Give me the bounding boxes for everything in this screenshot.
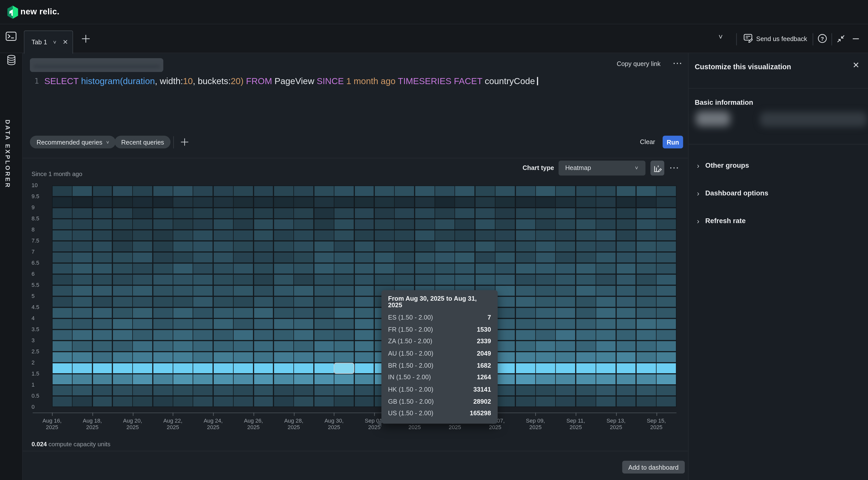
heatmap-cell[interactable]: [314, 308, 334, 318]
heatmap-cell[interactable]: [496, 252, 515, 263]
heatmap-cell[interactable]: [617, 230, 636, 240]
heatmap-cell[interactable]: [415, 263, 434, 274]
heatmap-cell[interactable]: [52, 241, 72, 251]
heatmap-cell[interactable]: [395, 186, 414, 196]
heatmap-cell[interactable]: [214, 297, 233, 307]
heatmap-cell[interactable]: [516, 341, 535, 351]
heatmap-cell[interactable]: [596, 297, 616, 307]
heatmap-cell[interactable]: [576, 186, 596, 196]
heatmap-cell[interactable]: [72, 352, 92, 362]
heatmap-cell[interactable]: [133, 274, 152, 285]
heatmap-cell[interactable]: [596, 241, 616, 251]
heatmap-cell[interactable]: [536, 319, 555, 329]
heatmap-cell[interactable]: [355, 297, 374, 307]
heatmap-cell[interactable]: [294, 319, 314, 329]
section-other-groups[interactable]: › Other groups: [689, 161, 868, 172]
heatmap-cell[interactable]: [193, 263, 213, 274]
heatmap-cell[interactable]: [173, 186, 193, 196]
heatmap-cell[interactable]: [52, 208, 72, 218]
heatmap-cell[interactable]: [314, 219, 334, 230]
heatmap-cell[interactable]: [93, 319, 112, 329]
heatmap-cell[interactable]: [496, 286, 515, 296]
heatmap-cell[interactable]: [475, 208, 495, 218]
heatmap-cell[interactable]: [52, 219, 72, 230]
heatmap-cell[interactable]: [637, 374, 656, 385]
heatmap-cell[interactable]: [214, 363, 233, 373]
heatmap-cell[interactable]: [234, 186, 253, 196]
heatmap-cell[interactable]: [516, 308, 535, 318]
heatmap-cell[interactable]: [234, 263, 253, 274]
heatmap-cell[interactable]: [456, 230, 475, 240]
heatmap-cell[interactable]: [576, 286, 596, 296]
heatmap-cell[interactable]: [475, 252, 495, 263]
heatmap-cell[interactable]: [617, 308, 636, 318]
heatmap-cell[interactable]: [335, 197, 354, 207]
heatmap-cell[interactable]: [516, 219, 535, 230]
heatmap-cell[interactable]: [496, 263, 515, 274]
heatmap-cell[interactable]: [234, 241, 253, 251]
heatmap-cell[interactable]: [556, 219, 576, 230]
tab-active[interactable]: Tab 1 ˅ ✕: [24, 30, 73, 54]
heatmap-cell[interactable]: [375, 241, 394, 251]
heatmap-cell[interactable]: [395, 219, 414, 230]
heatmap-cell[interactable]: [153, 308, 173, 318]
heatmap-cell[interactable]: [395, 230, 414, 240]
heatmap-cell[interactable]: [52, 374, 72, 385]
heatmap-cell[interactable]: [596, 230, 616, 240]
heatmap-cell[interactable]: [496, 197, 515, 207]
heatmap-cell[interactable]: [596, 330, 616, 340]
heatmap-cell[interactable]: [556, 263, 576, 274]
heatmap-cell[interactable]: [173, 341, 193, 351]
heatmap-cell[interactable]: [133, 319, 152, 329]
heatmap-cell[interactable]: [153, 330, 173, 340]
heatmap-cell[interactable]: [395, 208, 414, 218]
heatmap-cell[interactable]: [173, 297, 193, 307]
heatmap-cell[interactable]: [556, 252, 576, 263]
heatmap-cell[interactable]: [596, 341, 616, 351]
heatmap-cell[interactable]: [617, 241, 636, 251]
heatmap-cell[interactable]: [274, 308, 293, 318]
heatmap-cell[interactable]: [496, 363, 515, 373]
heatmap-cell[interactable]: [435, 197, 455, 207]
heatmap-cell[interactable]: [415, 274, 434, 285]
heatmap-cell[interactable]: [214, 396, 233, 407]
heatmap-cell[interactable]: [395, 197, 414, 207]
heatmap-cell[interactable]: [415, 197, 434, 207]
heatmap-cell[interactable]: [596, 363, 616, 373]
heatmap-cell[interactable]: [93, 274, 112, 285]
heatmap-cell[interactable]: [234, 330, 253, 340]
heatmap-cell[interactable]: [294, 263, 314, 274]
heatmap-cell[interactable]: [254, 230, 273, 240]
heatmap-cell[interactable]: [214, 330, 233, 340]
heatmap-cell[interactable]: [556, 374, 576, 385]
heatmap-cell[interactable]: [294, 286, 314, 296]
heatmap-cell[interactable]: [475, 186, 495, 196]
heatmap-cell[interactable]: [637, 308, 656, 318]
heatmap-cell[interactable]: [234, 274, 253, 285]
heatmap-cell[interactable]: [314, 363, 334, 373]
heatmap-cell[interactable]: [234, 286, 253, 296]
heatmap-cell[interactable]: [254, 352, 273, 362]
heatmap-cell[interactable]: [133, 197, 152, 207]
heatmap-cell[interactable]: [254, 241, 273, 251]
heatmap-cell[interactable]: [335, 286, 354, 296]
heatmap-cell[interactable]: [173, 241, 193, 251]
heatmap-cell[interactable]: [556, 319, 576, 329]
heatmap-cell[interactable]: [496, 396, 515, 407]
heatmap-cell[interactable]: [314, 208, 334, 218]
heatmap-cell[interactable]: [335, 241, 354, 251]
heatmap-cell[interactable]: [52, 286, 72, 296]
heatmap-cell[interactable]: [254, 186, 273, 196]
heatmap-cell[interactable]: [335, 374, 354, 385]
heatmap-cell[interactable]: [516, 208, 535, 218]
heatmap-cell[interactable]: [234, 385, 253, 396]
heatmap-cell[interactable]: [173, 385, 193, 396]
heatmap-cell[interactable]: [113, 297, 132, 307]
heatmap-cell[interactable]: [153, 197, 173, 207]
heatmap-cell[interactable]: [52, 297, 72, 307]
heatmap-cell[interactable]: [637, 219, 656, 230]
heatmap-cell[interactable]: [113, 374, 132, 385]
heatmap-cell[interactable]: [516, 186, 535, 196]
heatmap-cell[interactable]: [335, 319, 354, 329]
heatmap-cell[interactable]: [72, 385, 92, 396]
